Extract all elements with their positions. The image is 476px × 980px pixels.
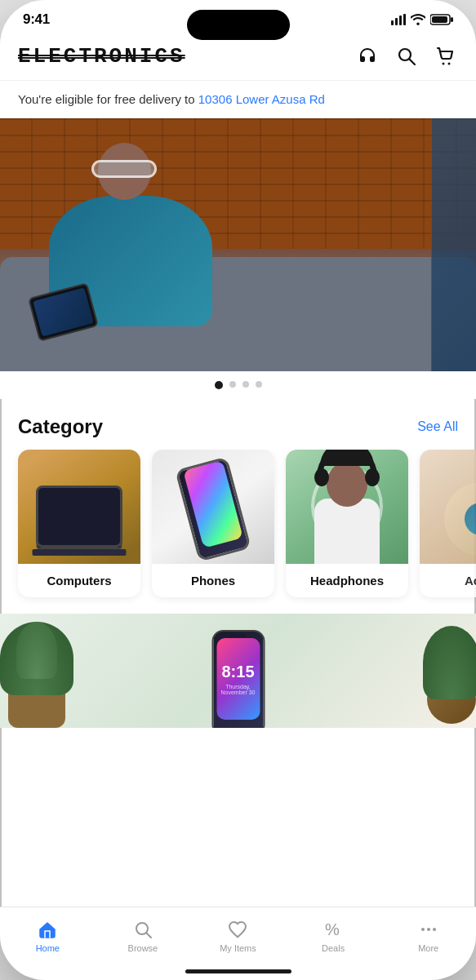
carousel-slide-1 (0, 118, 476, 371)
home-label: Home (36, 943, 60, 953)
app-logo: ELECTRONICS (18, 44, 185, 69)
delivery-text: You're eligible for free delivery to (18, 92, 198, 106)
phone-frame: 9:41 ELECTRONICS (0, 0, 476, 980)
svg-point-15 (427, 928, 430, 931)
svg-rect-0 (391, 20, 394, 25)
phones-label: Phones (152, 564, 274, 597)
accessories-image (420, 450, 476, 564)
category-card-phones[interactable]: Phones (152, 450, 274, 597)
carousel-dot-1[interactable] (215, 381, 223, 389)
promo-phone-time: 8:15 (221, 663, 254, 681)
category-section: Category See All (0, 399, 476, 614)
see-all-button[interactable]: See All (417, 419, 458, 434)
headphones-label: Headphones (286, 564, 408, 597)
person-figure (49, 196, 212, 326)
carousel-dot-3[interactable] (242, 381, 249, 388)
my-items-icon (227, 919, 248, 940)
svg-point-10 (448, 63, 451, 65)
nav-item-deals[interactable]: % Deals (286, 916, 381, 956)
home-icon (37, 919, 58, 940)
svg-rect-2 (399, 16, 402, 25)
cart-icon[interactable] (434, 44, 458, 69)
carousel-dot-4[interactable] (256, 381, 262, 388)
accessories-label: Acc... (420, 564, 476, 597)
svg-text:%: % (325, 920, 340, 938)
signal-icon (391, 14, 406, 25)
nav-item-my-items[interactable]: My Items (190, 916, 286, 956)
browse-label: Browse (128, 943, 158, 953)
category-card-headphones[interactable]: Headphones (286, 450, 408, 597)
deals-label: Deals (322, 943, 345, 953)
nav-item-home[interactable]: Home (0, 916, 96, 956)
promo-phone: 8:15 Thursday, November 30 (211, 630, 265, 728)
more-label: More (418, 943, 438, 953)
delivery-address[interactable]: 10306 Lower Azusa Rd (198, 92, 325, 106)
svg-point-14 (421, 928, 425, 931)
nav-item-more[interactable]: More (380, 916, 476, 956)
more-icon (418, 919, 439, 940)
second-banner: 8:15 Thursday, November 30 (0, 614, 476, 728)
carousel-dot-2[interactable] (229, 381, 236, 388)
my-items-label: My Items (220, 943, 256, 953)
svg-line-8 (410, 60, 416, 65)
nav-item-browse[interactable]: Browse (96, 916, 191, 956)
header-actions (355, 44, 458, 69)
headphones-image (286, 450, 408, 564)
category-scroll[interactable]: Computers Phones (0, 450, 476, 614)
browse-icon (132, 919, 153, 940)
search-icon[interactable] (394, 44, 419, 69)
svg-point-16 (433, 928, 436, 931)
svg-line-12 (146, 933, 151, 938)
computers-image (18, 450, 140, 564)
plant-left (0, 614, 114, 728)
status-icons (391, 14, 453, 25)
wifi-icon (411, 14, 425, 25)
hero-carousel[interactable] (0, 118, 476, 371)
dynamic-island (187, 10, 290, 40)
carousel-dots (0, 371, 476, 399)
plant-right (419, 614, 476, 728)
svg-rect-3 (403, 14, 406, 25)
svg-rect-1 (395, 18, 398, 25)
category-card-computers[interactable]: Computers (18, 450, 140, 597)
category-title: Category (18, 415, 103, 438)
computers-label: Computers (18, 564, 140, 597)
phones-image (152, 450, 274, 564)
battery-icon (430, 14, 453, 25)
svg-rect-5 (451, 17, 453, 22)
status-time: 9:41 (23, 11, 50, 28)
headset-icon[interactable] (355, 44, 380, 69)
svg-rect-6 (432, 16, 447, 23)
home-indicator (185, 969, 291, 973)
delivery-banner: You're eligible for free delivery to 103… (0, 81, 476, 118)
deals-icon: % (323, 919, 344, 940)
promo-phone-date: Thursday, November 30 (216, 684, 260, 695)
category-header: Category See All (0, 399, 476, 450)
carousel-peek (431, 118, 476, 371)
svg-point-9 (443, 63, 445, 65)
category-card-accessories[interactable]: Acc... (420, 450, 476, 597)
